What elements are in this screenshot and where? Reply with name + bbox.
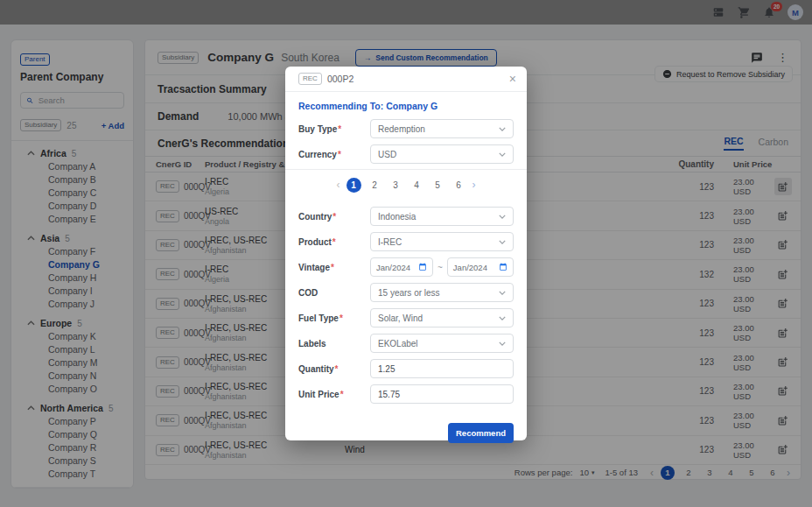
modal-page-1[interactable]: 1 [346, 178, 361, 193]
modal-prev-page-icon[interactable]: ‹ [337, 180, 340, 190]
product-select[interactable]: I-REC [370, 232, 514, 251]
modal-page-4[interactable]: 4 [410, 178, 424, 193]
close-icon[interactable]: × [509, 73, 516, 85]
vintage-to-date[interactable]: Jan/2024 [447, 257, 514, 277]
buy-type-select[interactable]: Redemption [370, 119, 514, 138]
recommendation-modal: REC 000P2 × Recommending To: Company G B… [285, 67, 527, 440]
unit-price-input[interactable] [370, 384, 514, 404]
divider [285, 91, 527, 92]
chevron-down-icon [499, 291, 506, 295]
currency-select[interactable]: USD [370, 144, 514, 164]
cod-label: COD [298, 288, 370, 298]
calendar-icon [499, 263, 508, 271]
fuel-type-label: Fuel Type [298, 313, 370, 323]
modal-header: REC 000P2 × [285, 67, 527, 86]
recommend-button[interactable]: Recommend [448, 423, 514, 443]
recommending-to: Recommending To: Company G [298, 101, 514, 111]
rec-badge: REC [298, 73, 322, 85]
unit-price-label: Unit Price [298, 390, 370, 399]
country-select[interactable]: Indonesia [370, 207, 514, 226]
modal-page-6[interactable]: 6 [452, 178, 466, 193]
quantity-input[interactable] [370, 359, 514, 378]
vintage-from-date[interactable]: Jan/2024 [370, 257, 433, 277]
divider [285, 169, 527, 170]
chevron-down-icon [499, 316, 506, 320]
currency-label: Currency [298, 150, 370, 159]
country-label: Country [298, 212, 370, 222]
vintage-label: Vintage [298, 263, 370, 272]
app: 20 M Parent Parent Company Subsidiary 25… [0, 0, 812, 507]
product-label: Product [298, 237, 370, 247]
labels-label: Labels [298, 339, 370, 349]
range-separator: ~ [438, 263, 443, 272]
chevron-down-icon [499, 342, 506, 346]
calendar-icon [418, 263, 427, 271]
modal-page-3[interactable]: 3 [388, 178, 403, 193]
modal-page-2[interactable]: 2 [368, 178, 382, 193]
modal-next-page-icon[interactable]: › [472, 180, 476, 190]
quantity-label: Quantity [298, 364, 370, 374]
cod-select[interactable]: 15 years or less [370, 283, 514, 302]
modal-id: 000P2 [327, 74, 354, 84]
modal-page-5[interactable]: 5 [430, 178, 445, 193]
labels-select[interactable]: EKOLabel [370, 334, 514, 353]
modal-pagination: ‹123456› [298, 177, 514, 193]
chevron-down-icon [499, 215, 506, 219]
chevron-down-icon [499, 127, 506, 131]
chevron-down-icon [499, 240, 506, 244]
chevron-down-icon [499, 152, 506, 157]
buy-type-label: Buy Type [298, 124, 370, 134]
fuel-type-select[interactable]: Solar, Wind [370, 308, 514, 327]
